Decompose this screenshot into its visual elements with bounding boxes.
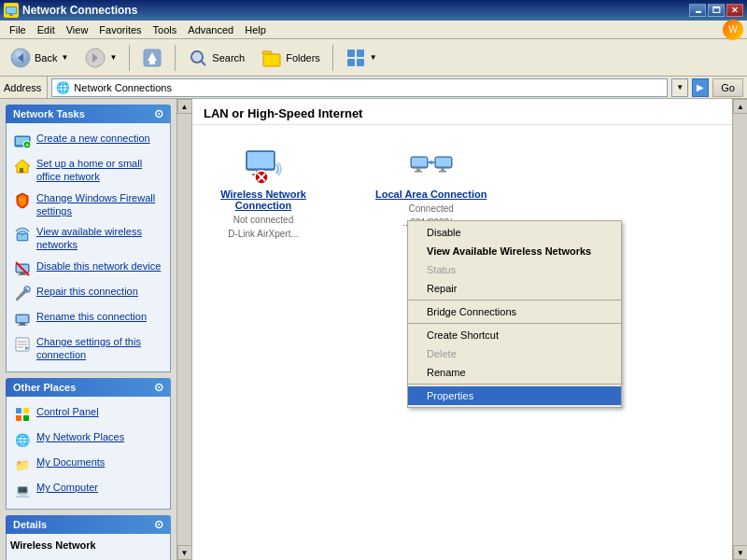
content-scroll-track [733, 114, 747, 545]
menu-tools[interactable]: Tools [148, 22, 183, 37]
sidebar-item-control-panel[interactable]: Control Panel [10, 402, 166, 426]
ctx-view-wireless[interactable]: View Available Wireless Networks [408, 242, 621, 260]
details-value: Wireless Network [10, 539, 166, 551]
menu-view[interactable]: View [61, 22, 94, 37]
home-small-icon [14, 158, 31, 175]
change-settings-label: Change settings of this connection [36, 335, 162, 362]
details-body: Wireless Network [6, 534, 171, 560]
sidebar-scroll-up[interactable]: ▲ [177, 99, 192, 114]
disable-icon [14, 260, 31, 277]
details-header[interactable]: Details ⊙ [6, 515, 171, 534]
svg-rect-31 [20, 273, 25, 274]
sidebar-item-my-computer[interactable]: 💻 My Computer [10, 478, 166, 501]
menu-help[interactable]: Help [239, 22, 272, 37]
control-panel-icon [14, 406, 31, 423]
ctx-properties[interactable]: Properties [408, 386, 621, 405]
my-documents-icon: 📁 [14, 456, 31, 473]
menu-file[interactable]: File [4, 22, 32, 37]
address-input[interactable]: 🌐 Network Connections [51, 78, 668, 97]
forward-dropdown-arrow[interactable]: ▼ [109, 53, 117, 62]
ctx-disable[interactable]: Disable [408, 223, 621, 242]
ctx-rename[interactable]: Rename [408, 363, 621, 382]
details-section: Details ⊙ Wireless Network [6, 515, 171, 560]
rename-icon [14, 311, 31, 328]
svg-rect-2 [9, 14, 13, 16]
address-label: Address [4, 77, 48, 98]
ctx-status: Status [408, 260, 621, 279]
menu-advanced[interactable]: Advanced [182, 22, 239, 37]
svg-rect-56 [416, 168, 420, 171]
sidebar-item-disable[interactable]: Disable this network device [10, 257, 166, 280]
wireless-label: Wireless Network Connection [207, 189, 319, 211]
network-tasks-header[interactable]: Network Tasks ⊙ [6, 105, 171, 123]
back-label: Back [35, 52, 57, 63]
svg-rect-59 [436, 158, 451, 166]
up-button[interactable] [135, 43, 169, 73]
menu-edit[interactable]: Edit [32, 22, 61, 37]
sidebar-scrollbar: ▲ ▼ [177, 99, 192, 560]
svg-rect-15 [262, 51, 272, 54]
views-button[interactable]: ▼ [339, 43, 384, 73]
back-dropdown-arrow[interactable]: ▼ [61, 53, 68, 62]
details-collapse[interactable]: ⊙ [154, 518, 163, 531]
close-button[interactable]: ✕ [726, 4, 743, 17]
minimize-button[interactable]: 🗕 [689, 4, 706, 17]
network-tasks-body: + Create a new connection Set up a home … [6, 123, 171, 372]
back-button[interactable]: Back ▼ [4, 43, 75, 73]
windows-flag-icon: W [723, 20, 743, 40]
svg-rect-45 [16, 415, 21, 421]
other-places-header[interactable]: Other Places ⊙ [6, 378, 171, 397]
title-bar: Network Connections 🗕 🗖 ✕ [0, 0, 747, 21]
window-controls: 🗕 🗖 ✕ [689, 4, 743, 17]
ctx-repair[interactable]: Repair [408, 279, 621, 298]
ctx-delete: Delete [408, 344, 621, 363]
wireless-connection-item[interactable]: Wireless Network Connection Not connecte… [207, 140, 319, 239]
change-settings-icon [14, 336, 31, 353]
sidebar-item-my-documents[interactable]: 📁 My Documents [10, 453, 166, 476]
other-places-label: Other Places [13, 382, 76, 393]
address-value: Network Connections [74, 82, 172, 93]
maximize-button[interactable]: 🗖 [708, 4, 725, 17]
sidebar-item-create-new[interactable]: + Create a new connection [10, 129, 166, 152]
svg-point-12 [193, 53, 201, 61]
sidebar-item-change-settings[interactable]: Change settings of this connection [10, 332, 166, 365]
sidebar-item-firewall[interactable]: Change Windows Firewall settings [10, 189, 166, 221]
main-area: Network Tasks ⊙ + Create a new connectio… [0, 99, 747, 560]
search-button[interactable]: Search [181, 43, 251, 73]
back-icon [10, 48, 31, 68]
wireless-icon-wrapper [241, 140, 286, 185]
address-icon: 🌐 [56, 81, 70, 94]
toolbar-sep-2 [175, 45, 176, 71]
sidebar-item-repair[interactable]: Repair this connection [10, 282, 166, 305]
svg-rect-46 [23, 415, 29, 421]
sidebar-item-my-network[interactable]: 🌐 My Network Places [10, 427, 166, 451]
sidebar-scroll-down[interactable]: ▼ [177, 545, 192, 560]
go-button[interactable]: Go [712, 78, 743, 97]
content-scroll-down[interactable]: ▼ [733, 545, 747, 560]
svg-rect-38 [18, 325, 27, 326]
folders-button[interactable]: Folders [255, 43, 327, 73]
sidebar: Network Tasks ⊙ + Create a new connectio… [0, 99, 177, 560]
sidebar-item-home-small[interactable]: Set up a home or small office network [10, 154, 166, 187]
sidebar-item-view-wireless[interactable]: View available wireless networks [10, 222, 166, 255]
local-connection-item[interactable]: Local Area Connection Connected ...001/8… [375, 140, 486, 228]
address-arrow-btn[interactable]: ▶ [692, 78, 709, 97]
svg-rect-25 [20, 168, 23, 173]
menu-favorites[interactable]: Favorites [93, 22, 147, 37]
svg-rect-61 [439, 171, 446, 173]
other-places-collapse[interactable]: ⊙ [154, 381, 163, 394]
context-menu: Disable View Available Wireless Networks… [407, 220, 622, 408]
create-new-label: Create a new connection [36, 132, 150, 145]
address-dropdown[interactable]: ▼ [671, 78, 688, 97]
svg-rect-60 [441, 168, 444, 171]
ctx-shortcut[interactable]: Create Shortcut [408, 326, 621, 344]
views-dropdown-arrow[interactable]: ▼ [370, 53, 377, 62]
svg-rect-17 [357, 49, 364, 57]
ctx-sep-1 [408, 300, 621, 301]
svg-rect-1 [7, 7, 16, 13]
content-scroll-up[interactable]: ▲ [733, 99, 747, 114]
forward-button[interactable]: ▼ [78, 43, 123, 73]
sidebar-item-rename[interactable]: Rename this connection [10, 307, 166, 330]
network-tasks-collapse[interactable]: ⊙ [154, 107, 163, 120]
ctx-bridge[interactable]: Bridge Connections [408, 302, 621, 321]
